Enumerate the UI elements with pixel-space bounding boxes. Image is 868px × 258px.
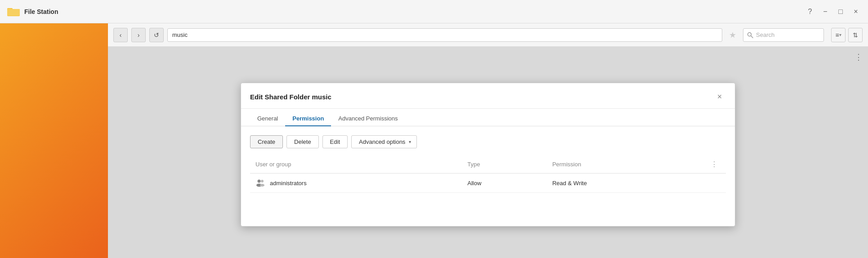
user-group-icon xyxy=(255,178,265,188)
modal-body: Create Delete Edit Advanced options ▾ xyxy=(241,126,735,202)
search-placeholder: Search xyxy=(756,31,774,38)
view-menu-button[interactable]: ≡ ▾ xyxy=(831,28,846,42)
bookmark-button[interactable]: ★ xyxy=(726,28,739,42)
minimize-button[interactable]: − xyxy=(820,7,830,17)
col-header-actions: ⋮ xyxy=(702,156,726,173)
svg-point-7 xyxy=(261,180,264,182)
modal-header: Edit Shared Folder music × xyxy=(241,83,735,109)
tab-advanced-permissions[interactable]: Advanced Permissions xyxy=(331,111,405,126)
modal-title: Edit Shared Folder music xyxy=(250,93,331,101)
delete-button[interactable]: Delete xyxy=(286,135,319,148)
modal-close-button[interactable]: × xyxy=(713,90,726,103)
svg-point-5 xyxy=(258,180,261,183)
tab-permission[interactable]: Permission xyxy=(285,111,331,126)
modal-tabs: General Permission Advanced Permissions xyxy=(241,111,735,126)
table-header-menu-button[interactable]: ⋮ xyxy=(708,159,720,169)
main-content: ▼ Syn-DS216II ▶ Archiv ▶ home ▶ homes ▶ … xyxy=(0,23,868,258)
svg-rect-2 xyxy=(7,9,20,16)
help-button[interactable]: ? xyxy=(805,7,815,17)
svg-line-4 xyxy=(751,36,753,38)
sort-button[interactable]: ⇅ xyxy=(848,28,863,42)
toolbar-right: ≡ ▾ ⇅ xyxy=(831,28,863,42)
close-window-button[interactable]: × xyxy=(851,7,861,17)
col-header-permission: Permission xyxy=(547,156,702,173)
cell-row-actions xyxy=(702,173,726,193)
cell-type: Allow xyxy=(462,173,547,193)
tab-general[interactable]: General xyxy=(250,111,285,126)
window-controls: ? − □ × xyxy=(805,7,861,17)
maximize-button[interactable]: □ xyxy=(836,7,846,17)
cell-user-group: administrators xyxy=(250,173,462,193)
title-bar: File Station ? − □ × xyxy=(0,0,868,23)
cell-permission: Read & Write xyxy=(547,173,702,193)
create-button[interactable]: Create xyxy=(250,135,283,148)
table-row: administrators Allow Read & Write xyxy=(250,173,726,193)
edit-button[interactable]: Edit xyxy=(322,135,348,148)
modal-overlay: Edit Shared Folder music × General Permi… xyxy=(108,47,868,258)
dropdown-caret-icon: ▾ xyxy=(409,139,411,144)
back-button[interactable]: ‹ xyxy=(113,28,128,42)
folder-icon xyxy=(7,6,20,17)
refresh-button[interactable]: ↺ xyxy=(149,28,164,42)
permissions-table: User or group Type Permission xyxy=(250,156,726,193)
col-header-type: Type xyxy=(462,156,547,173)
app-window: File Station ? − □ × ▼ Syn-DS216II ▶ Arc… xyxy=(0,0,868,258)
advanced-options-button[interactable]: Advanced options ▾ xyxy=(351,135,417,148)
search-bar: Search xyxy=(743,28,824,42)
forward-button[interactable]: › xyxy=(131,28,146,42)
action-bar: Create Delete Edit Advanced options ▾ xyxy=(250,135,726,148)
toolbar: ‹ › ↺ ★ Search ≡ ▾ ⇅ xyxy=(108,23,868,47)
search-icon xyxy=(747,32,753,38)
col-header-user-group: User or group xyxy=(250,156,462,173)
address-bar[interactable] xyxy=(167,28,722,42)
edit-folder-modal: Edit Shared Folder music × General Permi… xyxy=(241,83,735,227)
right-panel: ‹ › ↺ ★ Search ≡ ▾ ⇅ xyxy=(108,23,868,258)
app-title: File Station xyxy=(24,8,58,15)
file-area: ⋮ Edit Shared Folder music × General xyxy=(108,47,868,258)
svg-point-8 xyxy=(260,184,264,187)
